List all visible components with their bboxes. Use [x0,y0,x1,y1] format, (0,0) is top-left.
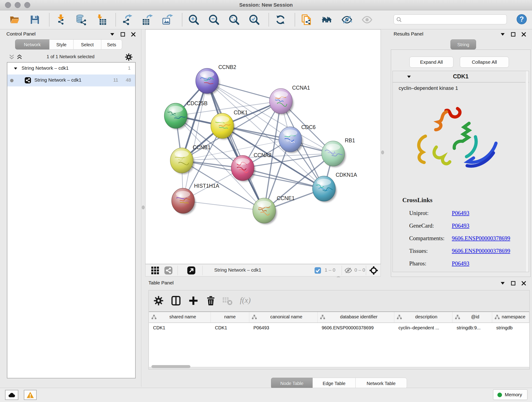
export-network-button[interactable] [120,13,135,27]
crosslink-link[interactable]: P06493 [452,210,469,216]
node-table: shared namenamecanonical namedatabase id… [149,312,529,367]
crosslink-label: Uniprot: [409,210,429,216]
node-label-CDC6: CDC6 [301,124,316,130]
network-node-CCNA1[interactable]: CCNA1 [269,85,310,115]
tab-style[interactable]: Style [49,39,74,50]
tab-node-table[interactable]: Node Table [271,378,313,389]
table-settings-button[interactable] [153,295,164,306]
crosslink-link[interactable]: 9606.ENSP00000378699 [452,248,510,254]
collection-disclosure-icon[interactable] [13,66,18,71]
import-network-from-file-button[interactable] [54,13,68,27]
gene-header-row[interactable]: CDK1 [393,71,529,83]
table-panel-close-icon[interactable] [521,281,526,286]
results-panel-close-icon[interactable] [521,32,526,37]
help-button[interactable] [516,14,527,25]
results-scrollbar[interactable] [525,71,528,272]
search-icon [396,17,402,23]
grid-view-icon[interactable] [151,266,160,275]
tab-edge-table[interactable]: Edge Table [312,378,355,389]
new-network-from-selection-button[interactable] [300,13,314,27]
hidden-eye-icon[interactable] [344,267,352,274]
node-label-CDK1: CDK1 [234,109,248,115]
vertical-splitter-right[interactable] [381,151,384,154]
import-table-icon [96,14,107,25]
node-label-CCNA2: CCNA2 [254,152,272,158]
zoom-fit-content-button[interactable] [227,13,241,27]
column-header-shared-name[interactable]: shared name [149,312,211,322]
import-table-from-file-button[interactable] [94,13,109,27]
hide-selected-button[interactable] [340,13,354,27]
zoom-in-button[interactable] [187,13,201,27]
network-options-gear-icon[interactable] [125,53,133,61]
floppy-icon [29,14,40,25]
column-header-description[interactable]: description [394,312,452,322]
cloud-button[interactable] [5,390,18,400]
save-session-button[interactable] [28,13,42,27]
results-panel-collapse-icon[interactable] [500,32,505,37]
plus-icon [188,295,199,306]
expand-all-button[interactable]: Expand All [409,57,453,68]
toolbar-separator [115,13,116,26]
network-collection-row[interactable]: String Network – cdk1 1 [7,63,135,75]
tab-string[interactable]: String [450,39,476,50]
table-panel-collapse-icon[interactable] [500,281,505,286]
tab-network[interactable]: Network [15,39,50,50]
app-window: Session: New Session Control Panel Netwo… [0,0,532,402]
network-view[interactable]: CCNB2CCNA1CDC25BCDK1CDC6RB1CCNB1CCNA2CDK… [145,29,381,264]
column-header-namespace[interactable]: namespace [492,312,529,322]
control-panel-collapse-icon[interactable] [109,32,115,37]
tab-select[interactable]: Select [73,39,101,50]
search-input[interactable] [404,15,505,24]
network-node-CCNB2[interactable]: CCNB2 [196,64,236,95]
network-graph[interactable]: CCNB2CCNA1CDC25BCDK1CDC6RB1CCNB1CCNA2CDK… [146,30,380,264]
table-panel-float-icon[interactable] [510,281,516,286]
memory-button[interactable]: Memory [493,389,527,400]
export-image-button[interactable] [161,13,175,27]
crosslink-link[interactable]: 9606.ENSP00000378699 [452,235,510,242]
string-protein-query-button[interactable] [320,13,334,27]
tab-network-table[interactable]: Network Table [355,378,407,389]
share-network-icon[interactable] [164,266,173,275]
export-table-button[interactable] [141,13,155,27]
network-node-HIST1H1A[interactable]: HIST1H1A [172,183,220,215]
crosslink-link[interactable]: P06493 [452,223,469,229]
show-columns-button[interactable] [171,295,181,306]
results-panel-title: Results Panel [394,31,423,37]
warning-icon [26,391,34,399]
vertical-splitter-left[interactable] [142,206,145,209]
tab-sets[interactable]: Sets [101,39,122,50]
column-header-database-identifier[interactable]: database identifier [317,312,394,322]
folder-open-icon [9,14,20,25]
network-node-CCNE1[interactable]: CCNE1 [253,195,295,224]
crosslink-link[interactable]: P06493 [452,260,469,267]
import-network-from-database-button[interactable] [74,13,89,27]
protein-structure-image [409,95,505,193]
network-node-RB1[interactable]: RB1 [322,138,355,167]
help-icon [516,14,527,25]
network-row[interactable]: String Network – cdk1 11 48 [7,75,135,86]
table-horizontal-scrollbar[interactable] [152,365,190,368]
table-row[interactable]: CDK1CDK1P064939606.ENSP00000378699cyclin… [149,323,529,333]
table-tabs: Node TableEdge TableNetwork Table [271,378,407,389]
warnings-button[interactable] [24,390,37,400]
network-node-CDC6[interactable]: CDC6 [279,124,316,153]
control-panel-close-icon[interactable] [131,32,136,37]
results-panel-float-icon[interactable] [510,32,516,37]
column-header-canonical-name[interactable]: canonical name [249,312,317,322]
open-session-button[interactable] [8,13,22,27]
network-node-CDKN1A[interactable]: CDKN1A [312,172,357,202]
create-column-button[interactable] [188,295,199,306]
control-panel-float-icon[interactable] [120,32,126,37]
delete-columns-button[interactable] [206,295,216,306]
birds-eye-view-icon[interactable] [369,266,378,275]
selected-checkbox-icon[interactable] [314,267,322,274]
network-label: String Network – cdk1 [34,77,81,83]
zoom-out-button[interactable] [207,13,221,27]
column-header--id[interactable]: @id [452,312,492,322]
zoom-selected-button[interactable] [247,13,262,27]
first-neighbors-button[interactable] [273,13,288,27]
function-builder-button: f(x) [240,296,251,305]
detach-view-icon[interactable] [187,266,196,275]
column-header-name[interactable]: name [211,312,249,322]
collapse-all-button[interactable]: Collapse All [460,57,509,68]
